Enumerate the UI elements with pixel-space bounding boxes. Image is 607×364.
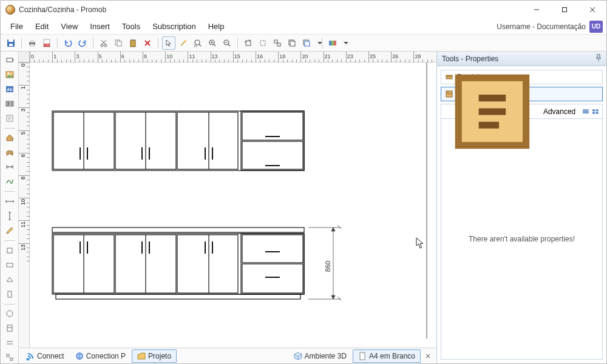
zoom-out-button[interactable] — [220, 36, 234, 50]
save-button[interactable] — [4, 36, 18, 50]
svg-line-124 — [337, 297, 341, 300]
toolbar-separator — [21, 38, 22, 49]
color-swatch-button[interactable] — [326, 36, 344, 50]
rss-icon — [26, 352, 35, 360]
svg-line-28 — [214, 44, 215, 46]
menu-help[interactable]: Help — [202, 19, 231, 33]
svg-rect-107 — [242, 235, 303, 263]
vtool-misc4-icon[interactable] — [3, 351, 16, 363]
tab-a4-branco-label: A4 em Branco — [369, 352, 415, 360]
toolbar-separator — [93, 38, 93, 49]
svg-rect-39 — [277, 43, 280, 46]
svg-rect-6 — [9, 44, 13, 46]
vtool-path-icon[interactable] — [3, 175, 16, 187]
advanced-label: Advanced — [543, 107, 575, 116]
canvas[interactable]: 860 — [30, 62, 436, 348]
svg-line-15 — [102, 40, 106, 44]
vtool-misc2-icon[interactable] — [3, 322, 16, 334]
vtool-shape3-icon[interactable] — [3, 274, 16, 286]
cube-icon — [294, 352, 302, 360]
menubar: File Edit View Insert Tools Subscription… — [1, 19, 606, 35]
vtool-dimension-icon[interactable] — [3, 161, 16, 173]
svg-line-25 — [199, 44, 201, 46]
paste-button[interactable] — [126, 36, 140, 50]
vtool-furniture-icon[interactable] — [3, 146, 16, 158]
pin-icon[interactable] — [595, 54, 602, 63]
vtool-pencil-icon[interactable] — [3, 224, 16, 237]
svg-rect-102 — [56, 294, 300, 299]
tab-connection-p[interactable]: Conection P — [70, 349, 131, 363]
vtool-home-icon[interactable] — [3, 132, 16, 144]
zoom-in-button[interactable] — [206, 36, 219, 50]
svg-text:PDF: PDF — [44, 44, 50, 47]
tab-connection-p-label: Conection P — [86, 352, 126, 360]
export-pdf-button[interactable]: PDF — [40, 36, 53, 50]
ruler-horizontal[interactable]: 013568101113151618202123252628 — [30, 52, 436, 62]
window-maximize-button[interactable] — [551, 1, 578, 19]
svg-rect-80 — [10, 358, 13, 360]
svg-rect-9 — [30, 44, 34, 46]
redo-button[interactable] — [76, 36, 89, 50]
no-properties-message: There aren't available properties! — [469, 235, 575, 243]
menu-tools[interactable]: Tools — [116, 19, 146, 33]
ruler-vertical[interactable]: 013568101113 — [19, 62, 30, 348]
vtool-picture-icon[interactable] — [3, 69, 16, 81]
view-grid-icon[interactable] — [592, 107, 599, 116]
crop-3-button[interactable] — [271, 36, 284, 50]
vtool-separator — [4, 240, 15, 241]
vtool-shape1-icon[interactable] — [3, 244, 16, 257]
svg-rect-105 — [177, 235, 238, 293]
panel-title-label: Tools - Properties — [442, 55, 498, 63]
vtool-barcode-icon[interactable] — [3, 98, 16, 110]
tab-projeto[interactable]: Projeto — [132, 349, 177, 363]
toolbar-separator — [237, 38, 238, 49]
vtool-misc3-icon[interactable] — [3, 337, 16, 349]
tab-projeto-label: Projeto — [148, 352, 171, 360]
tab-a4-branco[interactable]: A4 em Branco — [353, 349, 421, 363]
svg-rect-46 — [334, 41, 336, 46]
magic-wand-button[interactable] — [177, 36, 190, 50]
tab-close-button[interactable]: × — [422, 351, 434, 361]
vtool-note-icon[interactable] — [3, 112, 16, 124]
view-list-icon[interactable] — [583, 107, 589, 116]
svg-rect-20 — [132, 39, 134, 41]
window-minimize-button[interactable] — [523, 1, 551, 19]
vtool-shape4-icon[interactable] — [3, 288, 16, 300]
user-badge[interactable]: UD — [589, 21, 603, 33]
vtool-rectangle-icon[interactable] — [3, 54, 16, 66]
menu-edit[interactable]: Edit — [29, 19, 55, 33]
properties-box-header: Advanced — [441, 104, 602, 119]
crop-1-button[interactable] — [242, 36, 255, 50]
layers-button[interactable] — [285, 36, 299, 50]
select-tool-button[interactable] — [162, 36, 175, 50]
menu-insert[interactable]: Insert — [84, 19, 116, 33]
menu-view[interactable]: View — [55, 19, 84, 33]
svg-rect-43 — [305, 41, 310, 46]
cut-button[interactable] — [97, 36, 110, 50]
undo-button[interactable] — [61, 36, 75, 50]
vtool-misc1-icon[interactable] — [3, 308, 16, 320]
vtool-separator — [4, 128, 15, 129]
tab-ambiente3d[interactable]: Ambiente 3D — [289, 349, 351, 363]
svg-line-32 — [228, 44, 230, 46]
print-button[interactable] — [25, 36, 39, 50]
delete-button[interactable] — [141, 36, 154, 50]
svg-rect-140 — [596, 109, 599, 111]
menu-file[interactable]: File — [4, 19, 29, 33]
vtool-text-icon[interactable]: Ab — [3, 83, 16, 95]
vtool-hruler-icon[interactable] — [3, 195, 16, 207]
properties-panel: Tools - Properties Precision Properties … — [436, 52, 606, 363]
layers-dropdown-button[interactable] — [300, 36, 318, 50]
vtool-shape2-icon[interactable] — [3, 259, 16, 271]
window-close-button[interactable] — [578, 1, 606, 19]
svg-rect-8 — [30, 40, 34, 42]
menu-subscription[interactable]: Subscription — [146, 19, 202, 33]
crop-2-button[interactable] — [256, 36, 270, 50]
vtool-vruler-icon[interactable] — [3, 210, 16, 222]
copy-button[interactable] — [112, 36, 125, 50]
vtool-separator — [4, 191, 15, 192]
tab-connect[interactable]: Connect — [21, 349, 69, 363]
vtool-separator — [4, 304, 15, 305]
zoom-window-button[interactable] — [191, 36, 205, 50]
svg-text:Ab: Ab — [7, 87, 12, 92]
